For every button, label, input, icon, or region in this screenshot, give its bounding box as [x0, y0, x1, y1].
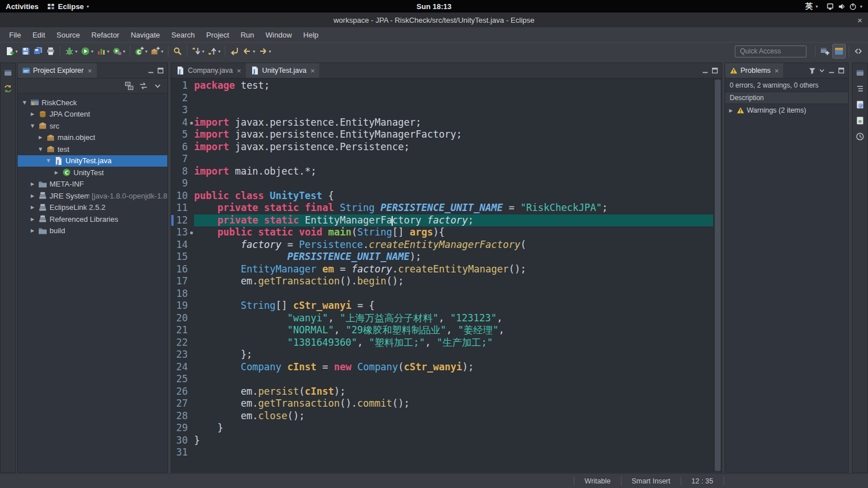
quick-access-input[interactable]: Quick Access	[735, 46, 807, 57]
menu-file[interactable]: File	[3, 27, 27, 42]
tree-collapse-icon[interactable]: ▼	[29, 123, 36, 129]
toolbar-print-button[interactable]	[44, 44, 57, 58]
toolbar-next-annotation-button[interactable]: ▾	[190, 44, 206, 58]
tab-problems[interactable]: Problems ×	[725, 63, 783, 78]
tree-collapse-icon[interactable]: ▼	[21, 100, 28, 105]
toolbar-new-java-class-button[interactable]: C▾	[133, 44, 149, 58]
menu-refactor[interactable]: Refactor	[86, 27, 125, 42]
code-line-8[interactable]: 8import main.object.*;	[171, 166, 714, 178]
code-line-1[interactable]: 1package test;	[171, 80, 714, 92]
menu-project[interactable]: Project	[200, 27, 235, 42]
editor-body[interactable]: 1package test;234import javax.persistenc…	[171, 78, 722, 472]
code-line-7[interactable]: 7	[171, 153, 714, 166]
code-area[interactable]: 1package test;234import javax.persistenc…	[171, 78, 714, 472]
code-line-26[interactable]: 26 em.persist(cInst);	[171, 386, 714, 398]
minimize-editor-button[interactable]	[701, 67, 709, 75]
tree-expand-icon[interactable]: ▶	[37, 135, 44, 140]
tree-collapse-icon[interactable]: ▼	[37, 147, 44, 152]
dropdown-arrow-icon[interactable]: ▾	[269, 49, 271, 54]
code-line-28[interactable]: 28 em.close();	[171, 410, 714, 423]
toolbar-debug-button[interactable]: ▾	[63, 44, 79, 58]
code-line-19[interactable]: 19 String[] cStr_wanyi = {	[171, 300, 714, 312]
tree-expand-icon[interactable]: ▶	[29, 228, 36, 233]
view-menu-button[interactable]	[818, 67, 826, 75]
toolbar-forward-button[interactable]: ▾	[257, 44, 273, 58]
maximize-editor-button[interactable]	[711, 67, 719, 75]
tree-collapse-icon[interactable]: ▼	[45, 158, 52, 163]
dropdown-arrow-icon[interactable]: ▾	[145, 49, 147, 54]
code-line-18[interactable]: 18	[171, 288, 714, 300]
declaration-button[interactable]: e	[854, 115, 866, 126]
open-perspective-button[interactable]	[818, 44, 831, 58]
tree-expand-icon[interactable]: ▶	[29, 111, 36, 117]
menu-run[interactable]: Run	[235, 27, 260, 42]
toolbar-coverage-button[interactable]: ▾	[95, 44, 111, 58]
perspective-bar-expand-button[interactable]	[852, 44, 865, 58]
dropdown-arrow-icon[interactable]: ▾	[253, 49, 255, 54]
code-line-11[interactable]: 11 private static final String PERSISTEN…	[171, 202, 714, 214]
maximize-view-button[interactable]	[157, 67, 164, 75]
toolbar-search-button[interactable]	[171, 44, 184, 58]
folding-icon[interactable]	[190, 231, 193, 234]
tree-item-riskcheck[interactable]: ▼RiskCheck	[18, 97, 167, 109]
toolbar-save-all-button[interactable]	[32, 44, 44, 58]
link-with-editor-button[interactable]	[139, 81, 148, 90]
minimize-view-button[interactable]	[828, 67, 836, 75]
code-line-3[interactable]: 3	[171, 104, 714, 117]
menu-search[interactable]: Search	[166, 27, 200, 42]
code-line-31[interactable]: 31	[171, 446, 714, 459]
view-window-button[interactable]	[2, 68, 14, 78]
code-line-9[interactable]: 9	[171, 177, 714, 190]
dropdown-arrow-icon[interactable]: ▾	[202, 49, 204, 54]
close-window-button[interactable]: ×	[857, 13, 862, 27]
toolbar-run-button[interactable]: ▾	[79, 44, 95, 58]
code-line-21[interactable]: 21 "NORMAL", "29橡胶和塑料制品业", "姜经理",	[171, 324, 714, 337]
code-line-12[interactable]: 12 private static EntityManagerFactory f…	[171, 214, 714, 227]
dropdown-arrow-icon[interactable]: ▾	[75, 49, 77, 54]
code-line-14[interactable]: 14 factory = Persistence.createEntityMan…	[171, 239, 714, 251]
dropdown-arrow-icon[interactable]: ▾	[107, 49, 109, 54]
tree-item-jre-system-library[interactable]: ▶JRE System Library [java-1.8.0-openjdk-…	[18, 190, 167, 202]
tree-item-meta-inf[interactable]: ▶META-INF	[18, 179, 167, 191]
dropdown-arrow-icon[interactable]: ▾	[161, 49, 163, 54]
tree-item-referenced-libraries[interactable]: ▶Referenced Libraries	[18, 213, 167, 225]
code-line-16[interactable]: 16 EntityManager em = factory.createEnti…	[171, 263, 714, 276]
code-line-27[interactable]: 27 em.getTransaction().commit();	[171, 398, 714, 410]
filter-button[interactable]	[808, 67, 816, 75]
code-line-10[interactable]: 10public class UnityTest {	[171, 190, 714, 202]
dropdown-arrow-icon[interactable]: ▾	[91, 49, 93, 54]
code-line-30[interactable]: 30}	[171, 435, 714, 447]
view-menu-button[interactable]	[153, 81, 162, 90]
scrollbar-thumb[interactable]	[715, 80, 721, 471]
dropdown-arrow-icon[interactable]: ▾	[123, 49, 125, 54]
code-line-22[interactable]: 22 "1381649360", "塑料加工;", "生产加工;"	[171, 337, 714, 349]
code-line-15[interactable]: 15 PERSISTENCE_UNIT_NAME);	[171, 251, 714, 263]
app-indicator[interactable]: Eclipse ▾	[47, 0, 89, 13]
tab-project-explorer[interactable]: Project Explorer ×	[18, 63, 97, 78]
code-line-17[interactable]: 17 em.getTransaction().begin();	[171, 275, 714, 288]
close-view-icon[interactable]: ×	[775, 67, 779, 75]
system-tray[interactable]: ▾	[826, 0, 862, 13]
jpa-perspective-button[interactable]	[832, 44, 846, 59]
close-tab-icon[interactable]: ×	[237, 67, 241, 75]
toolbar-save-button[interactable]	[19, 44, 32, 58]
tree-item-src[interactable]: ▼src	[18, 120, 167, 132]
code-line-5[interactable]: 5import javax.persistence.EntityManagerF…	[171, 129, 714, 141]
code-line-25[interactable]: 25	[171, 373, 714, 386]
tree-expand-icon[interactable]: ▶	[29, 181, 36, 187]
dropdown-arrow-icon[interactable]: ▾	[218, 49, 220, 54]
team-sync-button[interactable]	[2, 84, 14, 94]
tree-expand-icon[interactable]: ▶	[29, 217, 36, 222]
tree-item-jpa-content[interactable]: ▶JPA Content	[18, 109, 167, 121]
code-line-6[interactable]: 6import javax.persistence.Persistence;	[171, 141, 714, 154]
tree-item-build[interactable]: ▶build	[18, 225, 167, 237]
view-window-button[interactable]	[854, 68, 866, 78]
toolbar-previous-annotation-button[interactable]: ▾	[206, 44, 222, 58]
menu-window[interactable]: Window	[260, 27, 298, 42]
dropdown-arrow-icon[interactable]: ▾	[15, 49, 18, 54]
toolbar-new-wizard-button[interactable]: ▾	[3, 44, 19, 58]
editor-tab-company-java[interactable]: JCompany.java×	[171, 63, 246, 78]
problems-column-description[interactable]: Description	[725, 92, 848, 104]
input-method-indicator[interactable]: 英 ▾	[805, 0, 818, 13]
menu-edit[interactable]: Edit	[27, 27, 51, 42]
